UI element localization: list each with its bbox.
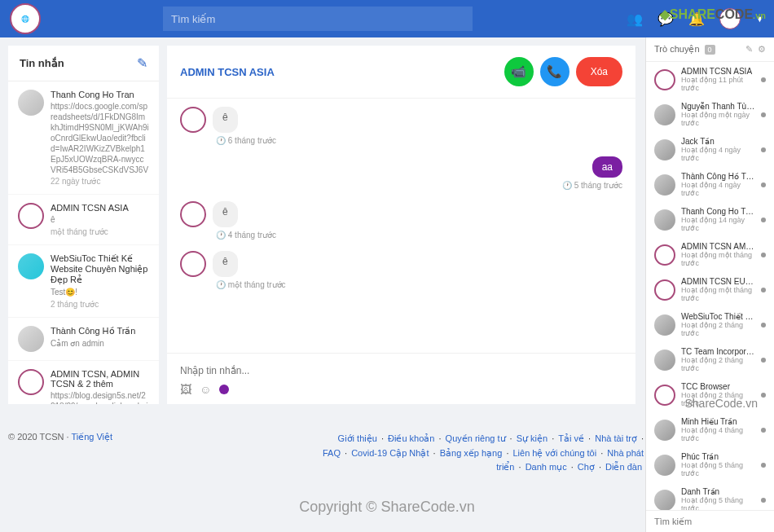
global-search-input[interactable]: [163, 7, 473, 31]
contact-item[interactable]: Jack Tần Hoạt động 4 ngày trước: [646, 132, 774, 167]
chat-message-avatar: [180, 107, 206, 133]
delete-button[interactable]: Xóa: [576, 57, 622, 86]
contact-status: Hoạt động 2 tháng trước: [681, 356, 755, 372]
messages-header: Tin nhắn ✎: [8, 46, 159, 81]
contact-info: ADMIN TCSN ASIA Hoạt động 11 phút trước: [681, 67, 755, 92]
audio-call-button[interactable]: 📞: [540, 57, 570, 86]
contact-info: Nguyễn Thanh Tùng Hoạt động một ngày trư…: [681, 102, 755, 127]
contact-item[interactable]: ADMIN TCSN EUROPE Hoạt động một tháng tr…: [646, 272, 774, 307]
footer-link[interactable]: FAQ: [323, 448, 341, 458]
compose-icon[interactable]: ✎: [137, 55, 147, 71]
message-input[interactable]: [180, 362, 622, 383]
contact-name: Thành Công Hồ Trần: [681, 172, 755, 181]
contact-status: Hoạt động 14 ngày trước: [681, 216, 755, 232]
footer-link[interactable]: Chợ: [578, 462, 595, 472]
message-sender: ADMIN TCSN ASIA: [51, 203, 149, 213]
message-avatar: [18, 203, 44, 229]
message-content: Thanh Cong Ho Tran https://docs.google.c…: [51, 90, 149, 186]
online-count-badge: 0: [705, 45, 715, 55]
contact-status: Hoạt động 2 tháng trước: [681, 321, 755, 337]
friends-icon[interactable]: 👥: [627, 11, 643, 27]
message-sender: Thành Công Hồ Trần: [51, 326, 149, 336]
watermark-bottom: Copyright © ShareCode.vn: [0, 499, 774, 516]
chat-message-avatar: [180, 201, 206, 227]
chat-bubble: ê: [213, 251, 238, 277]
message-content: Thành Công Hồ Trần Cảm ơn admin: [51, 326, 149, 352]
topbar: 🌐 👥 💬 🔔 ▼: [0, 0, 774, 37]
contact-item[interactable]: Minh Hiếu Trần Hoạt động 4 tháng trước: [646, 412, 774, 447]
contact-item[interactable]: WebSiuToc Thiết Kế Website Chuyên Nghiệp…: [646, 307, 774, 342]
chat-message-time: 🕐 6 tháng trước: [216, 136, 622, 145]
contact-name: Phúc Trần: [681, 452, 755, 461]
footer-link[interactable]: Liên hệ với chúng tôi: [513, 448, 597, 458]
message-content: WebSiuToc Thiết Kế Website Chuyên Nghiệp…: [51, 253, 149, 309]
status-dot-icon: [761, 288, 766, 292]
message-content: ADMIN TCSN ASIA ê một tháng trước: [51, 203, 149, 236]
chat-body[interactable]: ê 🕐 6 tháng trước aa 🕐 5 tháng trước ê 🕐…: [167, 99, 635, 353]
contact-info: Jack Tần Hoạt động 4 ngày trước: [681, 137, 755, 162]
message-item[interactable]: Thành Công Hồ Trần Cảm ơn admin: [8, 318, 159, 361]
contact-info: Thành Công Hồ Trần Hoạt động 4 ngày trướ…: [681, 172, 755, 197]
contact-avatar: [654, 244, 675, 266]
message-preview: https://docs.google.com/spreadsheets/d/1…: [51, 101, 149, 174]
message-item[interactable]: ADMIN TCSN ASIA ê một tháng trước: [8, 195, 159, 245]
contact-item[interactable]: Nguyễn Thanh Tùng Hoạt động một ngày trư…: [646, 97, 774, 132]
edit-icon[interactable]: ✎: [745, 44, 753, 55]
contact-info: TC Team Incorporation Hoạt động 2 tháng …: [681, 347, 755, 372]
contacts-header: Trò chuyện 0 ✎ ⚙: [646, 37, 774, 62]
chat-message-time: 🕐 4 tháng trước: [216, 231, 622, 240]
contact-avatar: [654, 279, 675, 301]
footer-link[interactable]: Sự kiện: [517, 433, 548, 443]
contact-item[interactable]: TC Team Incorporation Hoạt động 2 tháng …: [646, 342, 774, 377]
status-dot-icon: [761, 358, 766, 363]
contacts-search-input[interactable]: [654, 517, 766, 526]
chat-message-left: ê: [180, 251, 622, 277]
contact-info: Phúc Trần Hoạt động 5 tháng trước: [681, 452, 755, 477]
chat-message-time: 🕐 5 tháng trước: [180, 181, 622, 190]
contact-item[interactable]: ADMIN TCSN ASIA Hoạt động 11 phút trước: [646, 62, 774, 97]
message-sender: ADMIN TCSN, ADMIN TCSN & 2 thêm: [51, 369, 149, 389]
message-item[interactable]: Thanh Cong Ho Tran https://docs.google.c…: [8, 81, 159, 195]
footer-link[interactable]: Danh mục: [526, 462, 567, 472]
contact-item[interactable]: ADMIN TCSN AMERICA Hoạt động một tháng t…: [646, 237, 774, 272]
footer-link[interactable]: Quyền riêng tư: [446, 433, 506, 443]
contact-item[interactable]: Thanh Cong Ho Tran Hoạt động 14 ngày trư…: [646, 202, 774, 237]
footer-link[interactable]: Covid-19 Cập Nhật: [351, 448, 429, 458]
message-time: một tháng trước: [51, 227, 149, 236]
footer-link[interactable]: Tải về: [558, 433, 584, 443]
contacts-title: Trò chuyện: [654, 44, 700, 55]
chat-message-left: ê: [180, 107, 622, 133]
status-dot-icon: [761, 218, 766, 222]
footer-link[interactable]: Diễn đàn: [605, 462, 642, 472]
message-item[interactable]: ADMIN TCSN, ADMIN TCSN & 2 thêm https://…: [8, 361, 159, 404]
chat-input-area: 🖼 ☺: [167, 353, 635, 404]
footer-link[interactable]: Bảng xếp hạng: [440, 448, 503, 458]
contacts-list[interactable]: ADMIN TCSN ASIA Hoạt động 11 phút trước …: [646, 62, 774, 510]
messages-title: Tin nhắn: [20, 57, 64, 69]
language-link[interactable]: Tiếng Việt: [71, 432, 112, 442]
contact-status: Hoạt động 4 tháng trước: [681, 426, 755, 442]
contact-item[interactable]: Thành Công Hồ Trần Hoạt động 4 ngày trướ…: [646, 167, 774, 202]
input-toolbar: 🖼 ☺: [180, 383, 622, 396]
emoji-icon[interactable]: ☺: [200, 383, 211, 396]
footer-link[interactable]: Giới thiệu: [338, 433, 377, 443]
chat-message-avatar: [180, 251, 206, 277]
contact-info: ADMIN TCSN AMERICA Hoạt động một tháng t…: [681, 242, 755, 267]
status-dot-icon: [761, 253, 766, 257]
message-item[interactable]: WebSiuToc Thiết Kế Website Chuyên Nghiệp…: [8, 245, 159, 318]
footer-link[interactable]: Điều khoản: [388, 433, 434, 443]
app-logo[interactable]: 🌐: [10, 3, 41, 34]
message-preview: Cảm ơn admin: [51, 338, 149, 349]
status-dot-icon: [761, 147, 766, 152]
color-dot-icon[interactable]: [219, 385, 229, 394]
video-call-button[interactable]: 📹: [504, 57, 534, 86]
contact-avatar: [654, 139, 675, 160]
contact-name: Danh Trần: [681, 487, 755, 496]
messages-list[interactable]: Thanh Cong Ho Tran https://docs.google.c…: [8, 81, 159, 404]
chat-message-right: aa: [180, 156, 622, 178]
gear-icon[interactable]: ⚙: [758, 44, 766, 55]
image-icon[interactable]: 🖼: [180, 383, 191, 396]
footer-link[interactable]: Nhà tài trợ: [595, 433, 637, 443]
watermark-logo: ◆SHARECODE.vn: [660, 7, 766, 22]
contact-item[interactable]: Phúc Trần Hoạt động 5 tháng trước: [646, 447, 774, 482]
